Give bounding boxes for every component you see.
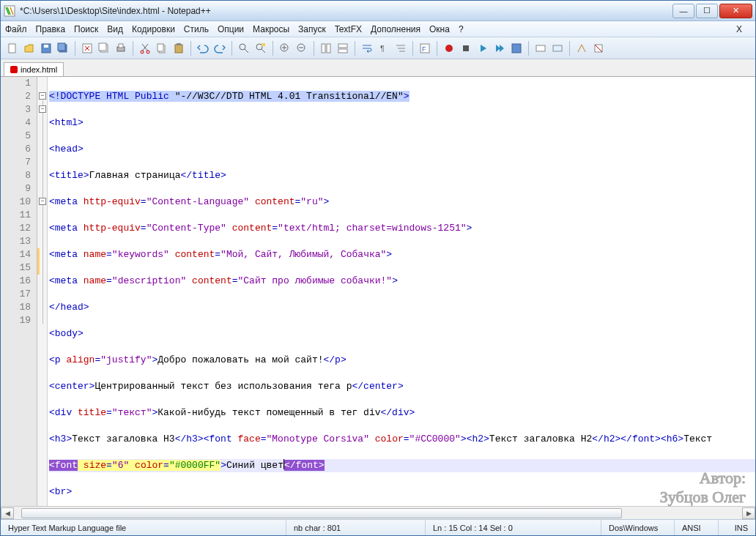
cut-icon[interactable] [138,41,152,56]
token: </font> [620,433,661,444]
wordwrap-icon[interactable] [360,41,374,56]
token: "Monotype Corsiva" [267,433,369,444]
replace-icon[interactable] [253,41,268,56]
line-number-gutter: 12345678910111213141516171819 [1,77,37,506]
token: > [220,460,226,471]
token: <font [49,460,78,471]
menu-file[interactable]: Файл [5,24,27,34]
toolbar-extra4-icon[interactable] [591,41,606,56]
play-multi-icon[interactable] [492,41,507,56]
minimize-button[interactable]: — [672,4,694,18]
token: "текст" [112,407,152,418]
menu-edit[interactable]: Правка [36,24,66,34]
titlebar[interactable]: *C:\Users\1\Desktop\Site\index.html - No… [1,1,755,21]
token: "Мой, Сайт, Любимый, Собачка" [220,249,386,260]
print-icon[interactable] [114,41,128,56]
token: name [84,275,106,286]
menu-windows[interactable]: Окна [429,24,450,34]
sync-h-icon[interactable] [336,41,350,56]
stop-macro-icon[interactable] [459,41,473,56]
scroll-right-icon[interactable]: ▶ [742,507,755,519]
token: </center> [352,381,403,392]
svg-rect-22 [322,44,325,53]
token: <br> [49,486,72,497]
token: > [386,249,392,260]
close-button[interactable]: ✕ [719,4,752,18]
token: "description" [112,275,186,286]
status-insert-mode: INS [719,520,755,535]
fold-column[interactable]: − − − [37,77,48,506]
redo-icon[interactable] [212,41,227,56]
statusbar: Hyper Text Markup Language file nb char … [1,519,755,535]
lang-icon[interactable]: F [418,41,432,56]
menu-macros[interactable]: Макросы [253,24,289,34]
fold-toggle-icon[interactable]: − [39,105,46,113]
token: <h2> [467,433,489,444]
svg-rect-31 [512,44,521,53]
new-file-icon[interactable] [5,41,20,56]
menu-textfx[interactable]: TextFX [335,24,362,34]
editor-area[interactable]: 12345678910111213141516171819 − − − <!DO… [1,77,755,506]
save-all-icon[interactable] [56,41,70,56]
sync-v-icon[interactable] [319,41,333,56]
indent-guide-icon[interactable] [393,41,408,56]
svg-text:¶: ¶ [380,44,385,53]
token: </h2> [592,433,620,444]
menu-options[interactable]: Опции [218,24,244,34]
token: <p [49,354,66,365]
menu-run[interactable]: Запуск [298,24,326,34]
open-file-icon[interactable] [22,41,37,56]
toolbar-extra3-icon[interactable] [574,41,589,56]
svg-rect-10 [119,44,123,48]
close-file-icon[interactable] [80,41,94,56]
token: content [255,196,295,207]
show-all-chars-icon[interactable]: ¶ [377,41,391,56]
find-icon[interactable] [237,41,251,56]
scroll-thumb[interactable] [21,508,622,518]
zoom-in-icon[interactable] [278,41,292,56]
maximize-button[interactable]: ☐ [696,4,718,18]
close-all-icon[interactable] [97,41,111,56]
menu-view[interactable]: Вид [107,24,123,34]
fold-toggle-icon[interactable]: − [39,198,46,205]
save-icon[interactable] [39,41,53,56]
menu-help[interactable]: ? [459,24,464,34]
token: <center> [49,381,94,392]
menu-encodings[interactable]: Кодировки [132,24,175,34]
close-doc-button[interactable]: X [736,24,742,34]
token: Главная страница [89,170,181,181]
token: > [461,433,467,444]
menu-search[interactable]: Поиск [74,24,98,34]
undo-icon[interactable] [196,41,210,56]
svg-rect-16 [177,43,181,45]
record-macro-icon[interactable] [442,41,456,56]
toolbar-extra-icon[interactable] [533,41,548,56]
svg-point-17 [240,44,245,50]
token: > [392,275,398,286]
paste-icon[interactable] [171,41,186,56]
save-macro-icon[interactable] [509,41,524,56]
token: </p> [324,354,346,365]
scroll-track[interactable] [14,507,742,519]
toolbar-separator [528,41,529,56]
app-icon [4,5,15,17]
menu-plugins[interactable]: Дополнения [371,24,420,34]
token: "Content-Type" [147,223,226,234]
fold-toggle-icon[interactable]: − [39,92,46,100]
toolbar-extra2-icon[interactable] [550,41,565,56]
zoom-out-icon[interactable] [294,41,309,56]
token [129,460,135,471]
copy-icon[interactable] [155,41,169,56]
code-content[interactable]: <!DOCTYPE HTML Public "-//W3C//DTD HTML … [48,77,755,506]
scroll-left-icon[interactable]: ◀ [1,507,14,519]
token: <h6> [661,433,683,444]
token: "ru" [300,196,323,207]
token: "6" [112,460,129,471]
horizontal-scrollbar[interactable]: ◀ ▶ [1,506,755,519]
menu-style[interactable]: Стиль [184,24,209,34]
file-tab-bar: index.html [1,59,755,77]
token: content [192,275,232,286]
play-macro-icon[interactable] [475,41,490,56]
status-encoding: ANSI [675,520,719,535]
file-tab[interactable]: index.html [4,62,64,76]
